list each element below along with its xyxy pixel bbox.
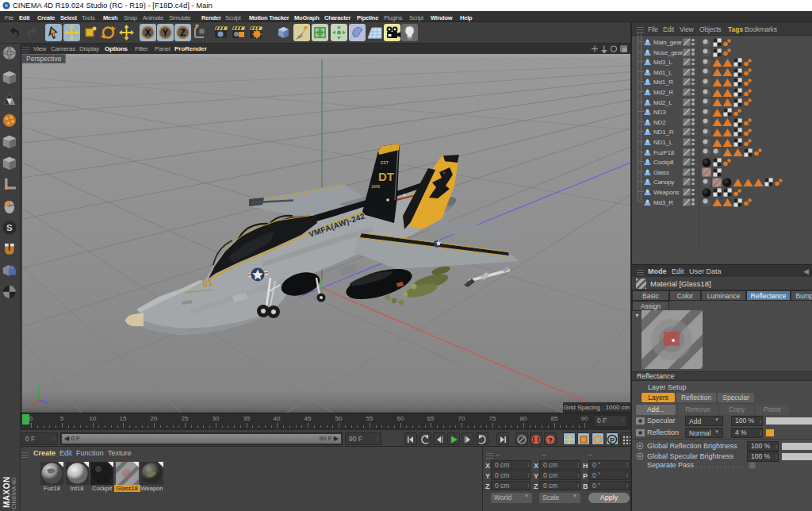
svg-text:Y: Y (33, 388, 36, 393)
svg-text:S: S (6, 223, 13, 232)
svg-text:EST: EST (381, 160, 389, 165)
svg-text:Y: Y (163, 28, 169, 37)
svg-text:Z: Z (44, 394, 48, 398)
svg-text:Z: Z (180, 28, 186, 37)
svg-text:P: P (610, 436, 615, 444)
svg-text:01: 01 (445, 157, 450, 163)
svg-text:DT: DT (378, 170, 394, 183)
svg-text:X: X (145, 28, 151, 37)
svg-text:1943: 1943 (371, 184, 380, 189)
svg-text:?: ? (548, 436, 553, 444)
